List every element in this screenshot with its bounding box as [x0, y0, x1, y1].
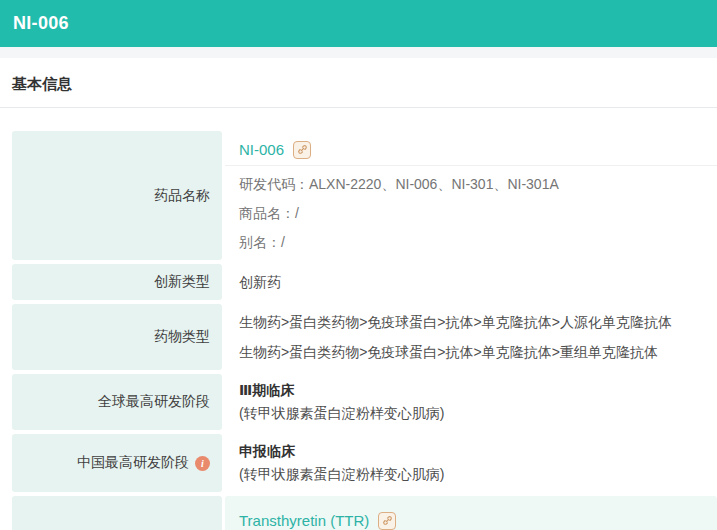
target-link[interactable]: Transthyretin (TTR) — [239, 512, 369, 529]
row-global-stage: 全球最高研发阶段 Ⅲ期临床 (转甲状腺素蛋白淀粉样变心肌病) — [12, 374, 717, 430]
drug-name-details: 研发代码：ALXN-2220、NI-006、NI-301、NI-301A 商品名… — [225, 166, 717, 257]
china-stage-indication: (转甲状腺素蛋白淀粉样变心肌病) — [225, 463, 717, 486]
row-innovation-type: 创新类型 创新药 — [12, 264, 717, 300]
row-china-stage: 中国最高研发阶段 i 申报临床 (转甲状腺素蛋白淀粉样变心肌病) — [12, 434, 717, 492]
row-target: Transthyretin (TTR) — [12, 496, 717, 530]
global-stage-value: Ⅲ期临床 — [225, 379, 717, 402]
section-title: 基本信息 — [12, 75, 72, 92]
trade-name-line: 商品名：/ — [225, 199, 717, 228]
page-background-gap — [0, 47, 717, 58]
row-drug-type: 药物类型 生物药>蛋白类药物>免疫球蛋白>抗体>单克隆抗体>人源化单克隆抗体 生… — [12, 304, 717, 370]
row-value-drug-name: NI-006 研发代码：ALXN-2220、NI-006、NI-301、NI-3… — [225, 131, 717, 260]
drug-type-line-2: 生物药>蛋白类药物>免疫球蛋白>抗体>单克隆抗体>重组单克隆抗体 — [225, 337, 717, 367]
row-label-target — [12, 496, 222, 530]
page-header: NI-006 — [0, 0, 717, 47]
row-label-innovation-type: 创新类型 — [12, 264, 222, 300]
drug-name-line: NI-006 — [225, 134, 717, 165]
basic-info-table: 药品名称 NI-006 研发代码：ALXN-2220、NI-006、NI-301 — [0, 131, 717, 530]
info-icon[interactable]: i — [195, 456, 210, 471]
row-drug-name: 药品名称 NI-006 研发代码：ALXN-2220、NI-006、NI-301 — [12, 131, 717, 260]
dev-code-line: 研发代码：ALXN-2220、NI-006、NI-301、NI-301A — [225, 170, 717, 199]
link-glyph — [297, 144, 308, 155]
row-value-global-stage: Ⅲ期临床 (转甲状腺素蛋白淀粉样变心肌病) — [225, 374, 717, 430]
alias-line: 别名：/ — [225, 228, 717, 257]
china-stage-label-text: 中国最高研发阶段 — [77, 454, 189, 472]
row-value-target: Transthyretin (TTR) — [225, 496, 717, 530]
section-header: 基本信息 — [0, 58, 717, 108]
row-value-drug-type: 生物药>蛋白类药物>免疫球蛋白>抗体>单克隆抗体>人源化单克隆抗体 生物药>蛋白… — [225, 304, 717, 370]
drug-name-link[interactable]: NI-006 — [239, 141, 284, 158]
row-value-china-stage: 申报临床 (转甲状腺素蛋白淀粉样变心肌病) — [225, 434, 717, 492]
row-label-drug-type: 药物类型 — [12, 304, 222, 370]
row-label-drug-name: 药品名称 — [12, 131, 222, 260]
row-label-china-stage: 中国最高研发阶段 i — [12, 434, 222, 492]
global-stage-indication: (转甲状腺素蛋白淀粉样变心肌病) — [225, 402, 717, 425]
innovation-type-value: 创新药 — [225, 267, 717, 297]
target-line: Transthyretin (TTR) — [225, 505, 717, 530]
row-label-global-stage: 全球最高研发阶段 — [12, 374, 222, 430]
china-stage-value: 申报临床 — [225, 440, 717, 463]
link-icon[interactable] — [293, 141, 311, 159]
page-title: NI-006 — [13, 13, 69, 34]
link-icon[interactable] — [378, 512, 396, 530]
row-value-innovation-type: 创新药 — [225, 264, 717, 300]
drug-type-line-1: 生物药>蛋白类药物>免疫球蛋白>抗体>单克隆抗体>人源化单克隆抗体 — [225, 307, 717, 337]
link-glyph — [382, 515, 393, 526]
